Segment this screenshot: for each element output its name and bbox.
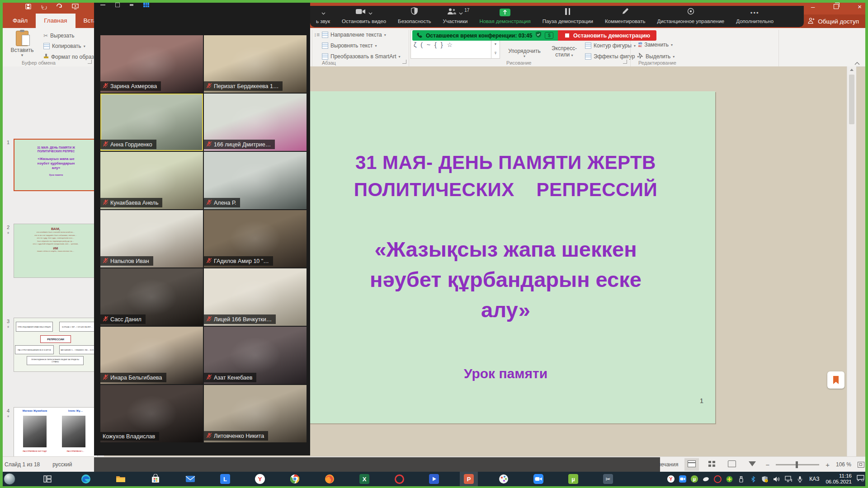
shape-glyph[interactable]: ( <box>420 41 423 48</box>
normal-view-button[interactable] <box>684 458 699 471</box>
taskbar-app-zoom-app[interactable] <box>533 474 544 484</box>
ribbon-tab-file[interactable]: Файл <box>5 14 36 28</box>
tray-zoomcam-icon[interactable] <box>679 475 686 483</box>
slide-thumb-2[interactable]: ВАМ,кто клеймён был статьёй полосатой во… <box>14 224 98 278</box>
slide-thumb-3[interactable]: ПРЕСЛЕДОВАНИЯ ИНАКОМЫСЛЯЩИХБОРЬБА С «ВР…… <box>14 318 98 372</box>
taskbar-app-mail[interactable] <box>185 474 196 484</box>
convert-smartart-button[interactable]: Преобразовать в SmartArt▾ <box>322 53 401 60</box>
zoom-toolbar-audio[interactable]: ь звук <box>310 6 336 27</box>
chevron-down-icon[interactable] <box>321 9 326 17</box>
arrange-button[interactable]: Упорядочить ▾ <box>503 48 546 58</box>
main-slide[interactable]: 31 МАЯ- ДЕНЬ ПАМЯТИ ЖЕРТВПОЛИТИЧЕСКИХ РЕ… <box>296 91 715 423</box>
language-indicator[interactable]: русский <box>52 461 72 468</box>
slide-thumb-1[interactable]: 31 МАЯ- ДЕНЬ ПАМЯТИ ЖПОЛИТИЧЕСКИХ РЕПРЕС… <box>14 139 99 191</box>
shape-glyph[interactable]: ☆ <box>447 41 453 48</box>
taskbar-app-chrome[interactable] <box>289 474 300 484</box>
chevron-down-icon[interactable] <box>368 9 373 17</box>
start-button[interactable] <box>4 473 15 485</box>
tray-utorrent-icon[interactable]: µ <box>690 475 698 483</box>
stop-share-button[interactable]: Остановить демонстрацию <box>558 30 656 41</box>
taskbar-app-firefox[interactable] <box>324 474 335 484</box>
ribbon-tab-home[interactable]: Главная <box>36 14 75 28</box>
participant-tile[interactable]: Перизат Бердикеева 1… <box>204 35 307 93</box>
fit-slide-button[interactable] <box>858 462 864 468</box>
participant-tile[interactable]: Анна Гордиенко <box>100 94 203 151</box>
taskbar-app-lightshot[interactable]: L <box>220 474 231 484</box>
taskbar-app-paint3d[interactable] <box>498 474 509 484</box>
strip-collapse-icon[interactable] <box>130 4 133 6</box>
slideshow-view-button[interactable] <box>745 459 759 470</box>
participant-tile[interactable]: Зарина Ахмерова <box>100 35 203 93</box>
shape-effects-button[interactable]: Эффекты фигур▾ <box>585 53 639 60</box>
copy-button[interactable]: Копировать▾ <box>43 43 85 49</box>
text-direction-button[interactable]: Направление текста▾ <box>322 32 386 38</box>
strip-minimize-icon[interactable] <box>100 5 105 6</box>
language-switcher[interactable]: КАЗ <box>808 476 821 482</box>
taskbar-app-powerpoint[interactable]: P <box>463 474 474 484</box>
zoom-toolbar-security[interactable]: Безопасность <box>392 6 437 27</box>
tray-mic-icon[interactable] <box>796 475 804 483</box>
zoom-toolbar-share[interactable]: Новая демонстрация <box>473 6 536 27</box>
tray-usb-icon[interactable] <box>737 475 745 483</box>
slideshow-icon[interactable] <box>72 3 79 11</box>
slide-thumbnail-panel[interactable]: 131 МАЯ- ДЕНЬ ПАМЯТИ ЖПОЛИТИЧЕСКИХ РЕПРЕ… <box>0 66 104 456</box>
strip-restore-icon[interactable] <box>115 3 120 7</box>
dollar-icon[interactable]: $ <box>545 32 553 39</box>
tray-network-icon[interactable] <box>784 475 792 483</box>
undo-icon[interactable] <box>40 3 47 11</box>
taskbar-app-movies[interactable] <box>429 474 439 484</box>
participant-tile[interactable]: ГАдилов Амир 10 "… <box>204 210 307 267</box>
taskbar-app-yandex[interactable]: Y <box>255 474 265 484</box>
format-painter-button[interactable]: Формат по образцу <box>43 53 100 60</box>
participant-tile[interactable]: Кожухов Владислав <box>100 385 203 442</box>
zoom-slider-handle[interactable] <box>796 461 798 468</box>
tray-bluetooth-icon[interactable] <box>749 475 757 483</box>
tray-yandex-icon[interactable]: Y <box>667 475 675 483</box>
participant-tile[interactable]: Азат Кенебаев <box>204 327 307 384</box>
tray-defender-icon[interactable] <box>761 475 769 483</box>
bookmark-icon[interactable] <box>827 371 844 389</box>
paste-button[interactable]: Вставить ▼ <box>6 30 38 64</box>
chevron-down-icon[interactable] <box>459 9 463 17</box>
share-button[interactable]: Общий доступ <box>801 14 865 28</box>
save-icon[interactable] <box>25 3 31 11</box>
participant-tile[interactable]: Сасс Данил <box>100 268 203 326</box>
shape-glyph[interactable]: ζ <box>414 41 416 48</box>
task-view-icon[interactable] <box>43 475 52 483</box>
taskbar-app-explorer[interactable] <box>115 474 126 484</box>
participant-tile[interactable]: Кунакбаева Анель <box>100 152 203 209</box>
zoom-in-button[interactable]: + <box>826 461 830 469</box>
zoom-level[interactable]: 106 % <box>836 461 851 468</box>
collapse-ribbon-chevron[interactable] <box>854 59 860 67</box>
taskbar-app-excel[interactable]: X <box>359 474 370 484</box>
participant-tile[interactable]: Напылов Иван <box>100 210 203 267</box>
tray-volume-icon[interactable] <box>773 475 780 483</box>
tray-opera-icon[interactable] <box>714 475 722 483</box>
line-spacing-icon[interactable]: ↕≡ <box>314 32 320 38</box>
zoom-toolbar-more[interactable]: •••Дополнительно <box>730 6 779 27</box>
zoom-toolbar-remote[interactable]: Дистанционное управление <box>651 6 730 27</box>
zoom-toolbar-video[interactable]: Остановить видео <box>336 6 392 27</box>
shape-glyph[interactable]: { <box>434 41 437 48</box>
cut-button[interactable]: ✂ Вырезать <box>43 33 74 39</box>
zoom-out-button[interactable]: − <box>765 461 769 469</box>
slide-sorter-view-button[interactable] <box>705 459 718 470</box>
quick-styles-button[interactable]: Экспресс- стили ▾ <box>548 45 580 58</box>
slide-thumb-4[interactable]: Мағжан ЖұмабаевІлияс Жұ…РАССТРЕЛЯН В 193… <box>14 407 98 461</box>
align-text-button[interactable]: Выровнять текст▾ <box>322 42 377 49</box>
redo-icon[interactable] <box>56 3 63 11</box>
gallery-view-icon[interactable] <box>143 3 149 7</box>
zoom-slider[interactable] <box>776 464 819 465</box>
shape-glyph[interactable]: ~ <box>427 41 430 48</box>
zoom-toolbar-pause[interactable]: Пауза демонстрации <box>537 6 599 27</box>
zoom-toolbar-participants[interactable]: 17Участники <box>437 6 473 27</box>
reading-view-button[interactable] <box>725 458 739 471</box>
shape-outline-button[interactable]: Контур фигуры▾ <box>585 42 636 49</box>
participant-tile[interactable]: Лицей 166 Вичкутки… <box>204 268 307 326</box>
paragraph-dialog-launcher[interactable] <box>402 60 406 64</box>
participant-tile[interactable]: 166 лицей Дмитрие… <box>204 94 307 151</box>
vertical-scrollbar[interactable] <box>847 66 856 456</box>
scrollbar-thumb[interactable] <box>849 75 854 124</box>
participant-tile[interactable]: Инара Бельгибаева <box>100 327 203 384</box>
clipboard-dialog-launcher[interactable] <box>88 60 92 64</box>
